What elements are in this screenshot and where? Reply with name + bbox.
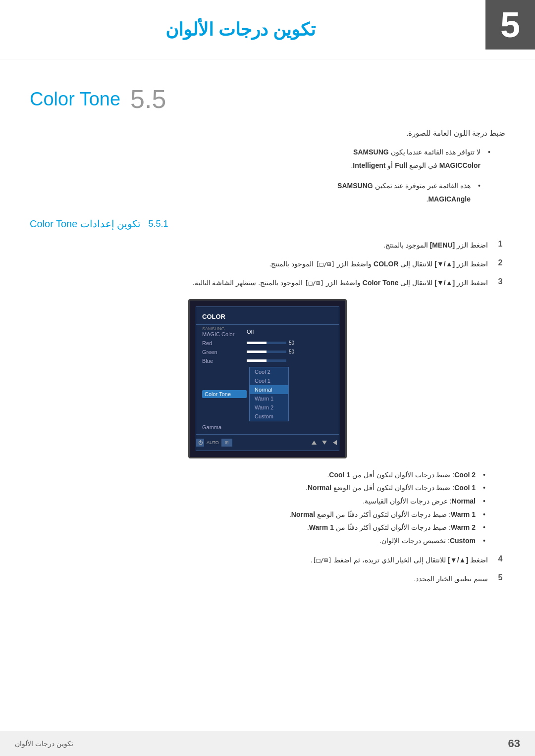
steps-container: 1 اضغط الزر [MENU] الموجود بالمنتج. 2 اض… (30, 240, 505, 289)
page-header: 5 تكوين درجات الألوان (0, 0, 535, 59)
label-magic-color: SAMSUNG MAGIC Color (202, 326, 247, 337)
color-tone-submenu: Cool 2 Cool 1 Normal Warm 1 Warm 2 Custo… (249, 367, 289, 421)
option-cool1: Cool 1: ضبط درجات الألوان لتكون أقل من ا… (30, 481, 485, 495)
step-1: 1 اضغط الزر [MENU] الموجود بالمنتج. (30, 240, 505, 252)
intro-text: ضبط درجة اللون العامة للصورة. (30, 126, 505, 140)
bar-red: 50 (247, 340, 333, 346)
page-footer: 63 تكوين درجات الألوان (0, 731, 535, 756)
footer-text: تكوين درجات الألوان (15, 740, 73, 748)
bar-green: 50 (247, 349, 333, 354)
section-heading: 5.5 Color Tone (30, 84, 505, 114)
option-custom: Custom: تخصيص درجات الإلوان. (30, 534, 485, 548)
menu-row-color-tone: Color Tone Cool 2 Cool 1 Normal Warm 1 W… (196, 365, 339, 423)
step-3: 3 اضغط الزر [▲/▼] للانتقال إلى Color Ton… (30, 277, 505, 289)
section-number: 5.5 (130, 84, 166, 114)
monitor-container: COLOR SAMSUNG MAGIC Color Off Red 50 (30, 299, 505, 458)
bar-blue (247, 359, 333, 362)
intro-bullets: لا تتوافر هذه القائمة عندما يكون SAMSUNG… (30, 146, 505, 172)
submenu-cool1: Cool 1 (250, 376, 288, 385)
submenu-warm2: Warm 2 (250, 403, 288, 412)
option-normal: Normal: عرض درجات الألوان القياسية. (30, 495, 485, 508)
subsection-number: 5.5.1 (148, 219, 168, 229)
chapter-title: تكوين درجات الألوان (165, 19, 316, 40)
color-menu: COLOR SAMSUNG MAGIC Color Off Red 50 (196, 306, 339, 451)
submenu-custom: Custom (250, 412, 288, 421)
page-number: 63 (508, 737, 520, 750)
steps-container-after: 4 اضغط [▲/▼] للانتقال إلى الخيار الذي تر… (30, 554, 505, 585)
value-magic-color: Off (247, 329, 333, 335)
icon-left (331, 439, 339, 447)
icon-auto: AUTO (207, 439, 219, 447)
step-4: 4 اضغط [▲/▼] للانتقال إلى الخيار الذي تر… (30, 554, 505, 566)
icon-enter: ⊞ (221, 439, 232, 447)
bullet-item-1: لا تتوافر هذه القائمة عندما يكون SAMSUNG… (30, 146, 490, 172)
menu-row-blue: Blue (196, 356, 339, 365)
subsection-heading: 5.5.1 تكوين إعدادات Color Tone (30, 218, 505, 230)
main-content: 5.5 Color Tone ضبط درجة اللون العامة للص… (0, 64, 535, 622)
monitor-screen: COLOR SAMSUNG MAGIC Color Off Red 50 (188, 299, 347, 458)
sub-bullets: هذه القائمة غير متوفرة عند تمكين SAMSUNG… (30, 179, 505, 205)
chapter-number-box: 5 (485, 0, 535, 50)
submenu-warm1: Warm 1 (250, 394, 288, 403)
chapter-number: 5 (500, 4, 520, 45)
icon-down (321, 439, 328, 447)
menu-row-gamma: Gamma (196, 423, 339, 432)
menu-row-magic-color: SAMSUNG MAGIC Color Off (196, 325, 339, 339)
submenu-normal: Normal (250, 385, 288, 394)
menu-title: COLOR (196, 311, 339, 325)
step-5: 5 سيتم تطبيق الخيار المحدد. (30, 573, 505, 585)
label-color-tone: Color Tone (202, 390, 247, 398)
label-blue: Blue (202, 358, 247, 364)
subsection-title: تكوين إعدادات Color Tone (30, 218, 141, 230)
submenu-cool2: Cool 2 (250, 367, 288, 376)
options-list: Cool 2: ضبط درجات الألوان لتكون أقل من C… (30, 468, 505, 548)
menu-row-red: Red 50 (196, 339, 339, 348)
label-green: Green (202, 349, 247, 355)
option-warm2: Warm 2: ضبط درجات الألوان لتكون أكثر دفئ… (30, 521, 485, 534)
step-2: 2 اضغط الزر [▲/▼] للانتقال إلى COLOR واض… (30, 258, 505, 270)
icon-up (310, 439, 318, 447)
option-cool2: Cool 2: ضبط درجات الألوان لتكون أقل من C… (30, 468, 485, 482)
label-gamma: Gamma (202, 424, 247, 430)
monitor-bottom-icons: ⊞ AUTO ⏻ (196, 434, 339, 447)
label-red: Red (202, 340, 247, 346)
icon-power: ⏻ (196, 439, 204, 447)
option-warm1: Warm 1: ضبط درجات الألوان لتكون أكثر دفئ… (30, 508, 485, 521)
section-title: Color Tone (30, 89, 120, 110)
sub-bullet-item-1: هذه القائمة غير متوفرة عند تمكين SAMSUNG… (30, 179, 481, 205)
menu-row-green: Green 50 (196, 348, 339, 356)
